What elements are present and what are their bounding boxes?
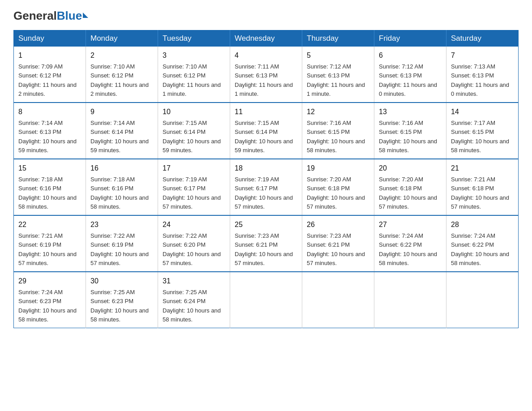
day-info: Sunrise: 7:16 AMSunset: 6:15 PMDaylight:… <box>307 120 365 154</box>
day-number: 29 <box>18 276 81 287</box>
day-info: Sunrise: 7:15 AMSunset: 6:14 PMDaylight:… <box>163 120 221 154</box>
day-info: Sunrise: 7:16 AMSunset: 6:15 PMDaylight:… <box>379 120 437 154</box>
day-number: 19 <box>307 163 369 174</box>
calendar-week-row: 29Sunrise: 7:24 AMSunset: 6:23 PMDayligh… <box>14 272 519 328</box>
day-number: 5 <box>307 50 369 61</box>
dow-friday: Friday <box>374 30 446 47</box>
day-number: 26 <box>307 219 369 230</box>
day-number: 2 <box>90 50 153 61</box>
calendar-cell: 4Sunrise: 7:11 AMSunset: 6:13 PMDaylight… <box>230 47 302 103</box>
logo-general-text: General <box>13 9 57 23</box>
day-info: Sunrise: 7:25 AMSunset: 6:24 PMDaylight:… <box>163 289 221 323</box>
dow-thursday: Thursday <box>302 30 374 47</box>
day-info: Sunrise: 7:24 AMSunset: 6:23 PMDaylight:… <box>18 289 77 323</box>
calendar-cell: 2Sunrise: 7:10 AMSunset: 6:12 PMDaylight… <box>86 47 158 103</box>
day-number: 16 <box>90 163 153 174</box>
day-number: 30 <box>90 276 153 287</box>
day-info: Sunrise: 7:13 AMSunset: 6:13 PMDaylight:… <box>451 63 509 97</box>
calendar-cell: 3Sunrise: 7:10 AMSunset: 6:12 PMDaylight… <box>158 47 230 103</box>
dow-saturday: Saturday <box>446 30 519 47</box>
day-number: 23 <box>90 219 153 230</box>
calendar-cell: 31Sunrise: 7:25 AMSunset: 6:24 PMDayligh… <box>158 272 230 328</box>
calendar-week-row: 8Sunrise: 7:14 AMSunset: 6:13 PMDaylight… <box>14 103 519 159</box>
day-number: 17 <box>163 163 225 174</box>
calendar-cell: 27Sunrise: 7:24 AMSunset: 6:22 PMDayligh… <box>374 215 446 272</box>
calendar-cell: 20Sunrise: 7:20 AMSunset: 6:18 PMDayligh… <box>374 159 446 215</box>
day-number: 28 <box>451 219 514 230</box>
dow-wednesday: Wednesday <box>230 30 302 47</box>
day-info: Sunrise: 7:12 AMSunset: 6:13 PMDaylight:… <box>379 63 437 97</box>
day-number: 14 <box>451 107 514 117</box>
day-info: Sunrise: 7:10 AMSunset: 6:12 PMDaylight:… <box>90 63 149 97</box>
day-info: Sunrise: 7:24 AMSunset: 6:22 PMDaylight:… <box>379 232 437 266</box>
calendar-cell: 16Sunrise: 7:18 AMSunset: 6:16 PMDayligh… <box>86 159 158 215</box>
dow-monday: Monday <box>86 30 158 47</box>
day-info: Sunrise: 7:11 AMSunset: 6:13 PMDaylight:… <box>235 63 293 97</box>
calendar-week-row: 22Sunrise: 7:21 AMSunset: 6:19 PMDayligh… <box>14 215 519 272</box>
calendar-week-row: 1Sunrise: 7:09 AMSunset: 6:12 PMDaylight… <box>14 47 519 103</box>
day-info: Sunrise: 7:14 AMSunset: 6:13 PMDaylight:… <box>18 120 77 154</box>
calendar-cell: 9Sunrise: 7:14 AMSunset: 6:14 PMDaylight… <box>86 103 158 159</box>
calendar-cell: 15Sunrise: 7:18 AMSunset: 6:16 PMDayligh… <box>14 159 86 215</box>
calendar-cell: 19Sunrise: 7:20 AMSunset: 6:18 PMDayligh… <box>302 159 374 215</box>
calendar-cell: 22Sunrise: 7:21 AMSunset: 6:19 PMDayligh… <box>14 215 86 272</box>
day-info: Sunrise: 7:22 AMSunset: 6:20 PMDaylight:… <box>163 232 221 266</box>
day-info: Sunrise: 7:20 AMSunset: 6:18 PMDaylight:… <box>379 176 437 210</box>
day-number: 24 <box>163 219 225 230</box>
day-number: 13 <box>379 107 442 117</box>
day-info: Sunrise: 7:22 AMSunset: 6:19 PMDaylight:… <box>90 232 149 266</box>
calendar-cell: 8Sunrise: 7:14 AMSunset: 6:13 PMDaylight… <box>14 103 86 159</box>
calendar-cell: 29Sunrise: 7:24 AMSunset: 6:23 PMDayligh… <box>14 272 86 328</box>
calendar-cell: 13Sunrise: 7:16 AMSunset: 6:15 PMDayligh… <box>374 103 446 159</box>
calendar-cell: 25Sunrise: 7:23 AMSunset: 6:21 PMDayligh… <box>230 215 302 272</box>
calendar-cell: 30Sunrise: 7:25 AMSunset: 6:23 PMDayligh… <box>86 272 158 328</box>
day-info: Sunrise: 7:18 AMSunset: 6:16 PMDaylight:… <box>90 176 149 210</box>
day-info: Sunrise: 7:19 AMSunset: 6:17 PMDaylight:… <box>163 176 221 210</box>
page-header: General Blue <box>13 9 519 23</box>
day-number: 6 <box>379 50 442 61</box>
day-info: Sunrise: 7:09 AMSunset: 6:12 PMDaylight:… <box>18 63 77 97</box>
day-info: Sunrise: 7:20 AMSunset: 6:18 PMDaylight:… <box>307 176 365 210</box>
day-number: 25 <box>235 219 297 230</box>
logo-blue-text: Blue <box>57 9 82 23</box>
day-info: Sunrise: 7:21 AMSunset: 6:19 PMDaylight:… <box>18 232 77 266</box>
day-number: 7 <box>451 50 514 61</box>
day-number: 3 <box>163 50 225 61</box>
calendar-cell: 26Sunrise: 7:23 AMSunset: 6:21 PMDayligh… <box>302 215 374 272</box>
day-number: 27 <box>379 219 442 230</box>
calendar-cell <box>230 272 302 328</box>
day-info: Sunrise: 7:12 AMSunset: 6:13 PMDaylight:… <box>307 63 365 97</box>
day-info: Sunrise: 7:10 AMSunset: 6:12 PMDaylight:… <box>163 63 221 97</box>
day-number: 1 <box>18 50 81 61</box>
calendar-cell: 21Sunrise: 7:21 AMSunset: 6:18 PMDayligh… <box>446 159 519 215</box>
calendar-cell: 24Sunrise: 7:22 AMSunset: 6:20 PMDayligh… <box>158 215 230 272</box>
day-number: 18 <box>235 163 297 174</box>
day-number: 10 <box>163 107 225 117</box>
day-info: Sunrise: 7:18 AMSunset: 6:16 PMDaylight:… <box>18 176 77 210</box>
day-number: 12 <box>307 107 369 117</box>
calendar-cell: 5Sunrise: 7:12 AMSunset: 6:13 PMDaylight… <box>302 47 374 103</box>
calendar-cell: 1Sunrise: 7:09 AMSunset: 6:12 PMDaylight… <box>14 47 86 103</box>
calendar-cell: 7Sunrise: 7:13 AMSunset: 6:13 PMDaylight… <box>446 47 519 103</box>
day-number: 8 <box>18 107 81 117</box>
calendar-cell <box>374 272 446 328</box>
logo-blue-part: Blue <box>57 9 88 23</box>
calendar-cell: 17Sunrise: 7:19 AMSunset: 6:17 PMDayligh… <box>158 159 230 215</box>
calendar-cell: 14Sunrise: 7:17 AMSunset: 6:15 PMDayligh… <box>446 103 519 159</box>
day-number: 15 <box>18 163 81 174</box>
day-number: 20 <box>379 163 442 174</box>
day-info: Sunrise: 7:19 AMSunset: 6:17 PMDaylight:… <box>235 176 293 210</box>
logo: General Blue <box>13 9 88 23</box>
day-info: Sunrise: 7:23 AMSunset: 6:21 PMDaylight:… <box>235 232 293 266</box>
calendar-cell: 23Sunrise: 7:22 AMSunset: 6:19 PMDayligh… <box>86 215 158 272</box>
calendar-cell: 11Sunrise: 7:15 AMSunset: 6:14 PMDayligh… <box>230 103 302 159</box>
calendar-cell <box>302 272 374 328</box>
days-of-week-row: Sunday Monday Tuesday Wednesday Thursday… <box>14 30 519 47</box>
calendar-week-row: 15Sunrise: 7:18 AMSunset: 6:16 PMDayligh… <box>14 159 519 215</box>
calendar-cell <box>446 272 519 328</box>
calendar-cell: 12Sunrise: 7:16 AMSunset: 6:15 PMDayligh… <box>302 103 374 159</box>
day-number: 9 <box>90 107 153 117</box>
day-info: Sunrise: 7:14 AMSunset: 6:14 PMDaylight:… <box>90 120 149 154</box>
day-info: Sunrise: 7:25 AMSunset: 6:23 PMDaylight:… <box>90 289 149 323</box>
dow-sunday: Sunday <box>14 30 86 47</box>
